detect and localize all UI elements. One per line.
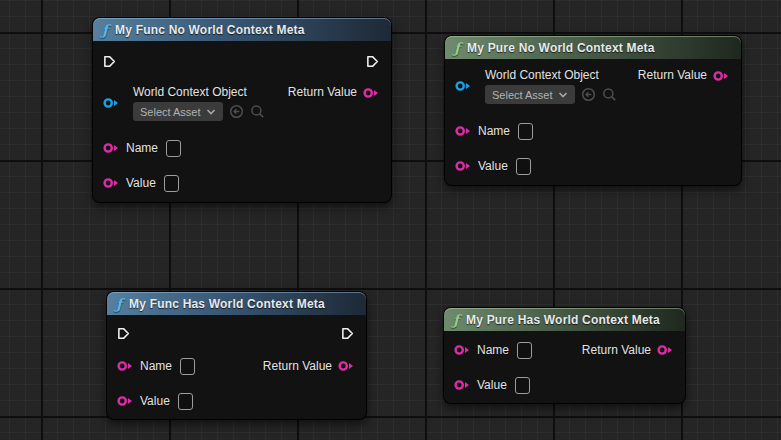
function-icon: ƒ: [453, 313, 459, 327]
node-title: My Func Has World Context Meta: [129, 297, 325, 311]
object-pin-world-context[interactable]: [455, 80, 471, 92]
node-header[interactable]: ƒ My Func No World Context Meta: [93, 18, 391, 41]
value-input[interactable]: [516, 158, 531, 175]
exec-out-pin[interactable]: [341, 327, 354, 340]
pin-label-value: Value: [478, 159, 508, 174]
name-input[interactable]: [166, 140, 181, 157]
pin-label-name: Name: [477, 343, 509, 358]
pin-label-value: Value: [477, 378, 507, 393]
browse-asset-icon[interactable]: [602, 87, 617, 102]
string-pin-name[interactable]: [455, 125, 471, 137]
node-header[interactable]: ƒ My Pure Has World Context Meta: [444, 308, 685, 331]
pin-label-name: Name: [126, 141, 158, 156]
pin-label-return-value: Return Value: [263, 359, 332, 374]
output-return-value: Return Value: [263, 359, 354, 374]
output-return-value: Return Value: [582, 343, 673, 358]
node-title: My Pure No World Context Meta: [467, 41, 655, 55]
node-my-pure-no-world-context-meta[interactable]: ƒ My Pure No World Context Meta World Co…: [444, 35, 742, 186]
pin-label-return-value: Return Value: [288, 85, 357, 100]
blueprint-canvas[interactable]: ƒ My Func No World Context Meta World: [0, 0, 781, 440]
select-asset-dropdown[interactable]: Select Asset: [133, 102, 223, 121]
name-input[interactable]: [518, 123, 533, 140]
exec-in-pin[interactable]: [117, 327, 130, 340]
name-input[interactable]: [180, 358, 195, 375]
select-asset-label: Select Asset: [140, 106, 201, 118]
string-pin-name[interactable]: [454, 344, 470, 356]
chevron-down-icon: [558, 91, 568, 99]
input-world-context: World Context Object Select Asset: [455, 68, 617, 104]
function-icon: ƒ: [102, 23, 108, 37]
string-pin-value[interactable]: [103, 177, 119, 189]
pin-label-return-value: Return Value: [638, 68, 707, 83]
pin-label-name: Name: [478, 124, 510, 139]
string-pin-return-value[interactable]: [713, 70, 729, 82]
exec-in-pin[interactable]: [103, 55, 116, 68]
input-name: Name: [117, 358, 195, 375]
node-my-func-has-world-context-meta[interactable]: ƒ My Func Has World Context Meta Name: [106, 291, 367, 420]
use-selected-icon[interactable]: [229, 104, 244, 119]
node-title: My Pure Has World Context Meta: [466, 313, 660, 327]
node-header[interactable]: ƒ My Func Has World Context Meta: [107, 292, 366, 315]
output-return-value: Return Value: [638, 68, 729, 83]
pin-label-world-context: World Context Object: [133, 85, 265, 100]
string-pin-name[interactable]: [117, 360, 133, 372]
exec-out-pin[interactable]: [366, 55, 379, 68]
string-pin-value[interactable]: [117, 395, 133, 407]
pin-label-value: Value: [140, 394, 170, 409]
pin-label-return-value: Return Value: [582, 343, 651, 358]
pin-label-world-context: World Context Object: [485, 68, 617, 83]
function-icon: ƒ: [116, 297, 122, 311]
select-asset-dropdown[interactable]: Select Asset: [485, 85, 575, 104]
function-icon: ƒ: [454, 41, 460, 55]
pin-label-value: Value: [126, 176, 156, 191]
string-pin-name[interactable]: [103, 142, 119, 154]
browse-asset-icon[interactable]: [250, 104, 265, 119]
string-pin-return-value[interactable]: [363, 87, 379, 99]
select-asset-label: Select Asset: [492, 89, 553, 101]
output-return-value: Return Value: [288, 85, 379, 100]
string-pin-return-value[interactable]: [338, 360, 354, 372]
value-input[interactable]: [178, 393, 193, 410]
pin-label-name: Name: [140, 359, 172, 374]
node-title: My Func No World Context Meta: [115, 23, 305, 37]
name-input[interactable]: [517, 342, 532, 359]
chevron-down-icon: [206, 108, 216, 116]
string-pin-value[interactable]: [455, 160, 471, 172]
value-input[interactable]: [164, 175, 179, 192]
string-pin-value[interactable]: [454, 379, 470, 391]
use-selected-icon[interactable]: [581, 87, 596, 102]
node-my-pure-has-world-context-meta[interactable]: ƒ My Pure Has World Context Meta Name Re…: [443, 307, 686, 404]
object-pin-world-context[interactable]: [103, 97, 119, 109]
node-header[interactable]: ƒ My Pure No World Context Meta: [445, 36, 741, 59]
input-name: Name: [454, 342, 532, 359]
node-my-func-no-world-context-meta[interactable]: ƒ My Func No World Context Meta World: [92, 17, 392, 203]
string-pin-return-value[interactable]: [657, 344, 673, 356]
input-world-context: World Context Object Select Asset: [103, 85, 265, 121]
value-input[interactable]: [515, 377, 530, 394]
